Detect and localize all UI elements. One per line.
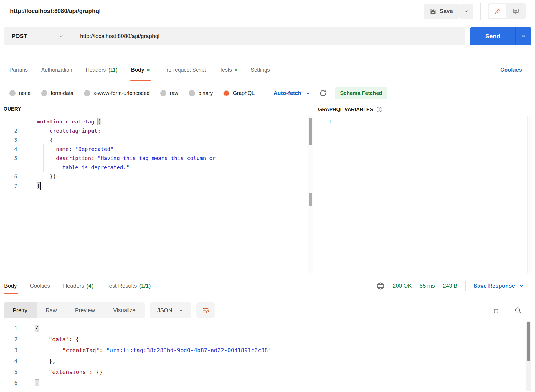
view-tab-raw[interactable]: Raw <box>37 302 66 318</box>
wrap-text-button[interactable] <box>196 302 215 318</box>
code-token: : <box>91 155 98 161</box>
request-tab-params[interactable]: Params <box>9 58 28 81</box>
code-token: }, <box>35 358 56 364</box>
indent-guide <box>37 172 37 181</box>
chevron-down-icon <box>59 34 64 39</box>
variables-editor[interactable]: 1 <box>317 117 527 273</box>
request-tab-tests[interactable]: Tests <box>219 58 237 81</box>
code-token <box>37 128 49 134</box>
body-mode-x-www-form-urlencoded[interactable]: x-www-form-urlencoded <box>84 90 150 96</box>
status-badge[interactable]: 200 OK <box>393 283 412 289</box>
request-title: http://localhost:8080/api/graphql <box>10 8 101 14</box>
send-button-group: Send <box>470 27 531 45</box>
response-tab-body[interactable]: Body <box>4 276 17 295</box>
indent-guide <box>37 126 37 135</box>
body-mode-label: x-www-form-urlencoded <box>93 90 150 96</box>
variables-panel-title-text: GRAPHQL VARIABLES <box>318 107 373 113</box>
body-mode-label: raw <box>170 90 178 96</box>
save-response-button[interactable]: Save Response <box>474 283 524 289</box>
format-select[interactable]: JSON <box>150 302 191 318</box>
view-tab-preview[interactable]: Preview <box>66 302 104 318</box>
code-line: 5 "extensions": {} <box>4 367 524 378</box>
response-tab-test-results[interactable]: Test Results(1/1) <box>106 276 151 295</box>
body-mode-binary[interactable]: binary <box>189 90 213 96</box>
edit-mode-button[interactable] <box>489 4 506 18</box>
cookies-link[interactable]: Cookies <box>500 67 522 73</box>
autofetch-select[interactable]: Auto-fetch <box>273 90 311 96</box>
radio-icon <box>189 90 195 96</box>
scrollbar-thumb[interactable] <box>527 322 530 361</box>
info-icon[interactable] <box>376 106 383 113</box>
request-title-bar: http://localhost:8080/api/graphql Save <box>0 0 535 22</box>
line-number: 3 <box>4 345 18 356</box>
code-line: 1mutation createTag { <box>3 117 308 126</box>
body-mode-none[interactable]: none <box>9 90 31 96</box>
code-token: : { <box>69 336 79 342</box>
query-editor[interactable]: 1mutation createTag {2 createTag(input:3… <box>3 117 308 273</box>
request-tab-pre-request-script[interactable]: Pre-request Script <box>163 58 206 81</box>
view-tab-pretty[interactable]: Pretty <box>4 302 37 318</box>
response-tab-cookies[interactable]: Cookies <box>30 276 50 295</box>
response-meta: 200 OK 55 ms 243 B Save Response <box>376 281 524 291</box>
line-number: 4 <box>4 356 18 367</box>
code-content: "createTag": "urn:li:tag:38c283bd-9bd0-4… <box>18 345 524 356</box>
body-mode-graphql[interactable]: GraphQL <box>223 90 255 96</box>
query-editor-scrollbar[interactable] <box>308 116 313 273</box>
variables-panel-title: GRAPHQL VARIABLES <box>318 106 383 113</box>
refresh-schema-button[interactable] <box>319 89 327 97</box>
save-options-button[interactable] <box>459 4 473 19</box>
request-tab-body[interactable]: Body <box>131 58 150 81</box>
save-response-label: Save Response <box>474 283 515 289</box>
network-info-icon[interactable] <box>376 282 385 290</box>
code-token: "Having this tag means this column or <box>98 155 216 161</box>
code-token <box>35 347 62 353</box>
code-token: "urn:li:tag:38c283bd-9bd0-4b87-ad22-0041… <box>106 347 271 353</box>
send-options-button[interactable] <box>515 27 531 45</box>
save-button[interactable]: Save <box>424 4 459 19</box>
body-mode-label: none <box>19 90 31 96</box>
radio-icon <box>41 90 47 96</box>
response-time[interactable]: 55 ms <box>420 283 435 289</box>
comments-button[interactable] <box>507 4 524 18</box>
response-scrollbar[interactable] <box>526 321 531 391</box>
search-icon[interactable] <box>514 307 522 314</box>
line-number: 2 <box>3 126 17 135</box>
pencil-icon <box>494 8 501 15</box>
code-content: }, <box>18 356 524 367</box>
code-token: { <box>37 137 53 143</box>
send-button[interactable]: Send <box>470 27 515 45</box>
request-tab-settings[interactable]: Settings <box>251 58 270 81</box>
response-tab-headers[interactable]: Headers(4) <box>63 276 93 295</box>
method-label: POST <box>12 33 27 39</box>
code-line: 2 createTag(input: <box>3 126 308 135</box>
section-divider <box>0 101 535 101</box>
query-editor-panel: 1mutation createTag {2 createTag(input:3… <box>3 116 313 273</box>
indent-guide <box>37 135 37 144</box>
response-body-viewer[interactable]: 1{2 "data": {3 "createTag": "urn:li:tag:… <box>4 323 524 392</box>
send-button-label: Send <box>485 33 500 40</box>
response-size[interactable]: 243 B <box>443 283 458 289</box>
copy-icon[interactable] <box>491 307 499 314</box>
code-line: 1 <box>317 117 527 126</box>
line-number <box>3 163 17 172</box>
view-tab-visualize[interactable]: Visualize <box>104 302 145 318</box>
body-mode-raw[interactable]: raw <box>160 90 178 96</box>
tab-label: Test Results <box>106 283 137 289</box>
variables-editor-scrollbar[interactable] <box>527 116 532 273</box>
chevron-down-icon <box>178 308 184 313</box>
green-dot-icon <box>235 69 237 71</box>
request-tab-authorization[interactable]: Authorization <box>41 58 72 81</box>
line-number: 2 <box>4 334 18 345</box>
indent-guide <box>42 345 42 356</box>
url-input[interactable] <box>72 33 465 39</box>
method-select[interactable]: POST <box>4 27 72 45</box>
radio-icon <box>9 90 16 96</box>
code-token: : <box>69 146 75 152</box>
scrollbar-thumb[interactable] <box>309 118 312 145</box>
request-tab-headers[interactable]: Headers(11) <box>86 58 118 81</box>
tab-count: (4) <box>87 283 93 289</box>
chevron-down-icon <box>521 33 526 39</box>
wrap-text-icon <box>202 307 209 314</box>
body-mode-form-data[interactable]: form-data <box>41 90 73 96</box>
code-token <box>37 146 56 152</box>
